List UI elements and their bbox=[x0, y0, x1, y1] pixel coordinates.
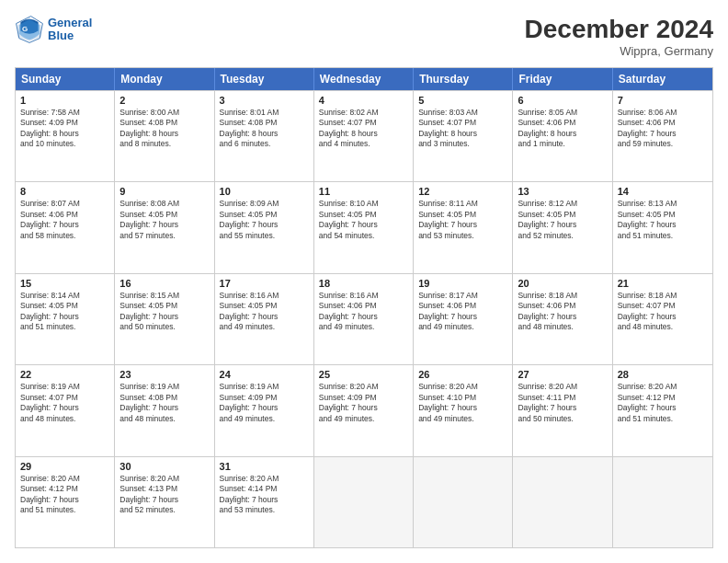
cal-cell-9: 9Sunrise: 8:08 AMSunset: 4:05 PMDaylight… bbox=[115, 182, 214, 272]
page: G General Blue December 2024 Wippra, Ger… bbox=[0, 0, 728, 563]
cal-cell-21: 21Sunrise: 8:18 AMSunset: 4:07 PMDayligh… bbox=[613, 274, 712, 364]
cal-cell-16: 16Sunrise: 8:15 AMSunset: 4:05 PMDayligh… bbox=[115, 274, 214, 364]
cal-cell-15: 15Sunrise: 8:14 AMSunset: 4:05 PMDayligh… bbox=[16, 274, 115, 364]
cal-cell-5: 5Sunrise: 8:03 AMSunset: 4:07 PMDaylight… bbox=[414, 91, 513, 181]
cal-cell-empty-4-5 bbox=[513, 457, 612, 547]
cal-cell-3: 3Sunrise: 8:01 AMSunset: 4:08 PMDaylight… bbox=[215, 91, 314, 181]
header-wednesday: Wednesday bbox=[314, 68, 414, 90]
calendar-row-4: 22Sunrise: 8:19 AMSunset: 4:07 PMDayligh… bbox=[16, 364, 712, 455]
logo-text: General Blue bbox=[48, 17, 92, 43]
cal-cell-27: 27Sunrise: 8:20 AMSunset: 4:11 PMDayligh… bbox=[513, 365, 612, 455]
cal-cell-empty-4-6 bbox=[613, 457, 712, 547]
cal-cell-22: 22Sunrise: 8:19 AMSunset: 4:07 PMDayligh… bbox=[16, 365, 115, 455]
cal-cell-17: 17Sunrise: 8:16 AMSunset: 4:05 PMDayligh… bbox=[215, 274, 314, 364]
cal-cell-12: 12Sunrise: 8:11 AMSunset: 4:05 PMDayligh… bbox=[414, 182, 513, 272]
header-tuesday: Tuesday bbox=[215, 68, 314, 90]
calendar: Sunday Monday Tuesday Wednesday Thursday… bbox=[15, 67, 713, 548]
header-thursday: Thursday bbox=[414, 68, 513, 90]
logo-icon: G bbox=[15, 15, 44, 44]
cal-cell-7: 7Sunrise: 8:06 AMSunset: 4:06 PMDaylight… bbox=[613, 91, 712, 181]
cal-cell-6: 6Sunrise: 8:05 AMSunset: 4:06 PMDaylight… bbox=[513, 91, 612, 181]
calendar-row-3: 15Sunrise: 8:14 AMSunset: 4:05 PMDayligh… bbox=[16, 273, 712, 364]
cal-cell-29: 29Sunrise: 8:20 AMSunset: 4:12 PMDayligh… bbox=[16, 457, 115, 547]
cal-cell-31: 31Sunrise: 8:20 AMSunset: 4:14 PMDayligh… bbox=[215, 457, 314, 547]
calendar-row-1: 1Sunrise: 7:58 AMSunset: 4:09 PMDaylight… bbox=[16, 90, 712, 181]
title-block: December 2024 Wippra, Germany bbox=[525, 15, 713, 58]
cal-cell-11: 11Sunrise: 8:10 AMSunset: 4:05 PMDayligh… bbox=[314, 182, 414, 272]
logo: G General Blue bbox=[15, 15, 92, 44]
cal-cell-13: 13Sunrise: 8:12 AMSunset: 4:05 PMDayligh… bbox=[513, 182, 612, 272]
cal-cell-25: 25Sunrise: 8:20 AMSunset: 4:09 PMDayligh… bbox=[314, 365, 414, 455]
header: G General Blue December 2024 Wippra, Ger… bbox=[15, 15, 713, 58]
header-sunday: Sunday bbox=[16, 68, 115, 90]
cal-cell-4: 4Sunrise: 8:02 AMSunset: 4:07 PMDaylight… bbox=[314, 91, 414, 181]
cal-cell-28: 28Sunrise: 8:20 AMSunset: 4:12 PMDayligh… bbox=[613, 365, 712, 455]
svg-text:G: G bbox=[22, 25, 28, 33]
cal-cell-1: 1Sunrise: 7:58 AMSunset: 4:09 PMDaylight… bbox=[16, 91, 115, 181]
calendar-row-5: 29Sunrise: 8:20 AMSunset: 4:12 PMDayligh… bbox=[16, 456, 712, 547]
calendar-row-2: 8Sunrise: 8:07 AMSunset: 4:06 PMDaylight… bbox=[16, 181, 712, 272]
header-monday: Monday bbox=[115, 68, 214, 90]
month-title: December 2024 bbox=[525, 15, 713, 44]
cal-cell-2: 2Sunrise: 8:00 AMSunset: 4:08 PMDaylight… bbox=[115, 91, 214, 181]
cal-cell-empty-4-4 bbox=[414, 457, 513, 547]
cal-cell-14: 14Sunrise: 8:13 AMSunset: 4:05 PMDayligh… bbox=[613, 182, 712, 272]
cal-cell-18: 18Sunrise: 8:16 AMSunset: 4:06 PMDayligh… bbox=[314, 274, 414, 364]
cal-cell-10: 10Sunrise: 8:09 AMSunset: 4:05 PMDayligh… bbox=[215, 182, 314, 272]
location: Wippra, Germany bbox=[525, 44, 713, 58]
cal-cell-20: 20Sunrise: 8:18 AMSunset: 4:06 PMDayligh… bbox=[513, 274, 612, 364]
cal-cell-24: 24Sunrise: 8:19 AMSunset: 4:09 PMDayligh… bbox=[215, 365, 314, 455]
calendar-body: 1Sunrise: 7:58 AMSunset: 4:09 PMDaylight… bbox=[16, 90, 712, 547]
cal-cell-30: 30Sunrise: 8:20 AMSunset: 4:13 PMDayligh… bbox=[115, 457, 214, 547]
cal-cell-26: 26Sunrise: 8:20 AMSunset: 4:10 PMDayligh… bbox=[414, 365, 513, 455]
header-friday: Friday bbox=[513, 68, 612, 90]
calendar-header: Sunday Monday Tuesday Wednesday Thursday… bbox=[16, 68, 712, 90]
cal-cell-8: 8Sunrise: 8:07 AMSunset: 4:06 PMDaylight… bbox=[16, 182, 115, 272]
header-saturday: Saturday bbox=[613, 68, 712, 90]
cal-cell-23: 23Sunrise: 8:19 AMSunset: 4:08 PMDayligh… bbox=[115, 365, 214, 455]
cal-cell-empty-4-3 bbox=[314, 457, 414, 547]
cal-cell-19: 19Sunrise: 8:17 AMSunset: 4:06 PMDayligh… bbox=[414, 274, 513, 364]
